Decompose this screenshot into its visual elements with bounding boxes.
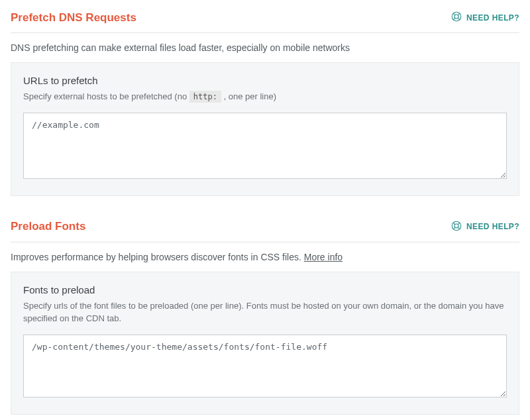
- dns-field-sub: Specify external hosts to be prefetched …: [23, 90, 507, 103]
- dns-panel: URLs to prefetch Specify external hosts …: [11, 62, 519, 196]
- more-info-link[interactable]: More info: [304, 252, 343, 262]
- svg-point-7: [454, 224, 458, 228]
- fonts-section-header: Preload Fonts NEED HELP?: [11, 220, 519, 242]
- dns-section-title: Prefetch DNS Requests: [11, 11, 136, 25]
- dns-need-help-link[interactable]: NEED HELP?: [450, 11, 519, 25]
- dns-field-label: URLs to prefetch: [23, 75, 507, 86]
- svg-line-4: [453, 18, 455, 20]
- svg-line-2: [453, 13, 455, 15]
- svg-line-8: [453, 222, 455, 224]
- svg-line-10: [453, 227, 455, 229]
- svg-line-9: [458, 227, 460, 229]
- fonts-field-sub: Specify urls of the font files to be pre…: [23, 299, 507, 325]
- svg-line-3: [458, 18, 460, 20]
- svg-line-11: [458, 222, 460, 224]
- svg-line-5: [458, 13, 460, 15]
- need-help-label: NEED HELP?: [466, 13, 519, 23]
- need-help-label: NEED HELP?: [466, 222, 519, 231]
- lifebuoy-icon: [450, 220, 462, 234]
- dns-section-desc: DNS prefetching can make external files …: [11, 42, 519, 53]
- svg-point-1: [454, 15, 458, 19]
- fonts-need-help-link[interactable]: NEED HELP?: [450, 220, 519, 234]
- http-code-chip: http:: [189, 91, 221, 103]
- dns-section-header: Prefetch DNS Requests NEED HELP?: [11, 11, 519, 33]
- fonts-preload-textarea[interactable]: [23, 335, 507, 397]
- lifebuoy-icon: [450, 11, 462, 25]
- fonts-section-desc: Improves performance by helping browsers…: [11, 252, 519, 262]
- fonts-panel: Fonts to preload Specify urls of the fon…: [11, 272, 519, 415]
- dns-prefetch-textarea[interactable]: [23, 113, 507, 179]
- fonts-field-label: Fonts to preload: [23, 284, 507, 295]
- fonts-section-title: Preload Fonts: [11, 220, 85, 233]
